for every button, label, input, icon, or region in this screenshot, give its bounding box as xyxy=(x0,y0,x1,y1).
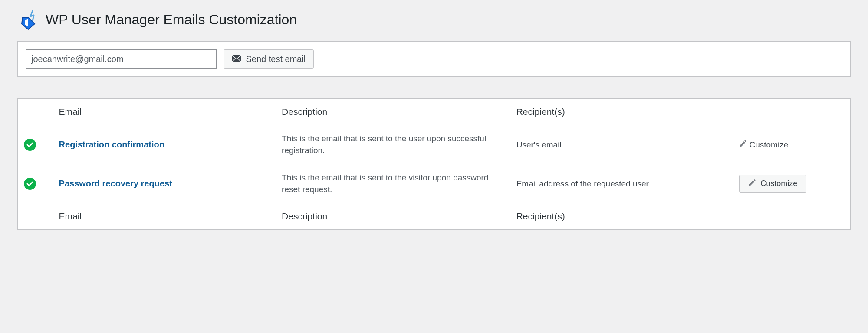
column-header-recipients: Recipient(s) xyxy=(510,99,733,125)
table-footer-row: Email Description Recipient(s) xyxy=(18,203,851,230)
customize-label: Customize xyxy=(749,140,788,149)
column-header-status xyxy=(18,99,53,125)
table-row: Registration confirmation This is the em… xyxy=(18,125,851,164)
customize-label: Customize xyxy=(760,179,797,188)
email-recipients: Email address of the requested user. xyxy=(516,179,651,188)
column-footer-recipients: Recipient(s) xyxy=(510,203,733,230)
emails-table: Email Description Recipient(s) Registrat… xyxy=(17,98,851,230)
email-name-link[interactable]: Registration confirmation xyxy=(59,140,164,149)
column-footer-status xyxy=(18,203,53,230)
column-header-action xyxy=(733,99,850,125)
status-active-icon xyxy=(24,139,36,151)
column-footer-action xyxy=(733,203,850,230)
column-header-description: Description xyxy=(276,99,510,125)
table-header-row: Email Description Recipient(s) xyxy=(18,99,851,125)
customize-button[interactable]: Customize xyxy=(739,175,806,193)
email-recipients: User's email. xyxy=(516,140,564,149)
table-row: Password recovery request This is the em… xyxy=(18,164,851,203)
test-email-input[interactable] xyxy=(26,49,217,69)
send-test-email-label: Send test email xyxy=(246,54,306,64)
email-name-link[interactable]: Password recovery request xyxy=(59,179,172,188)
status-active-icon xyxy=(24,178,36,190)
email-description: This is the email that is sent to the vi… xyxy=(282,173,488,194)
test-email-panel: Send test email xyxy=(17,41,851,77)
envelope-icon xyxy=(232,54,241,64)
column-footer-description: Description xyxy=(276,203,510,230)
page-title: WP User Manager Emails Customization xyxy=(46,12,297,28)
pencil-icon xyxy=(739,140,749,149)
send-test-email-button[interactable]: Send test email xyxy=(224,49,314,69)
column-footer-email: Email xyxy=(53,203,276,230)
pencil-icon xyxy=(748,179,756,189)
page-header: WP User Manager Emails Customization xyxy=(17,9,851,30)
column-header-email: Email xyxy=(53,99,276,125)
plugin-logo-icon xyxy=(17,9,39,30)
email-description: This is the email that is sent to the us… xyxy=(282,134,486,155)
